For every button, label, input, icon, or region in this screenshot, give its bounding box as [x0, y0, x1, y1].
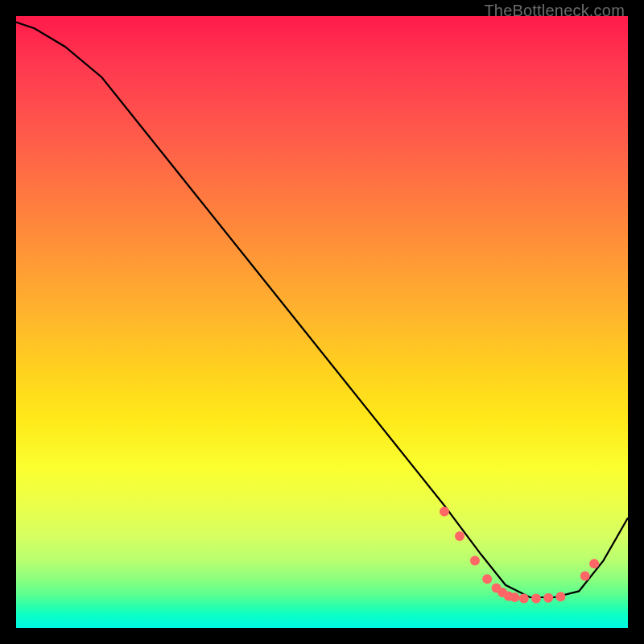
- data-markers: [440, 507, 599, 604]
- marker-dot: [543, 593, 553, 603]
- marker-dot: [519, 594, 529, 604]
- marker-dot: [455, 531, 464, 541]
- marker-dot: [555, 592, 565, 601]
- marker-dot: [470, 555, 480, 565]
- marker-dot: [580, 571, 590, 580]
- marker-dot: [589, 559, 599, 568]
- plot-area: [16, 16, 628, 628]
- bottleneck-curve: [16, 23, 628, 597]
- marker-dot: [531, 594, 541, 604]
- marker-dot: [440, 507, 449, 517]
- chart-stage: TheBottleneck.com: [0, 0, 644, 644]
- marker-dot: [482, 574, 492, 584]
- marker-dot: [510, 592, 519, 602]
- chart-svg: [16, 16, 628, 628]
